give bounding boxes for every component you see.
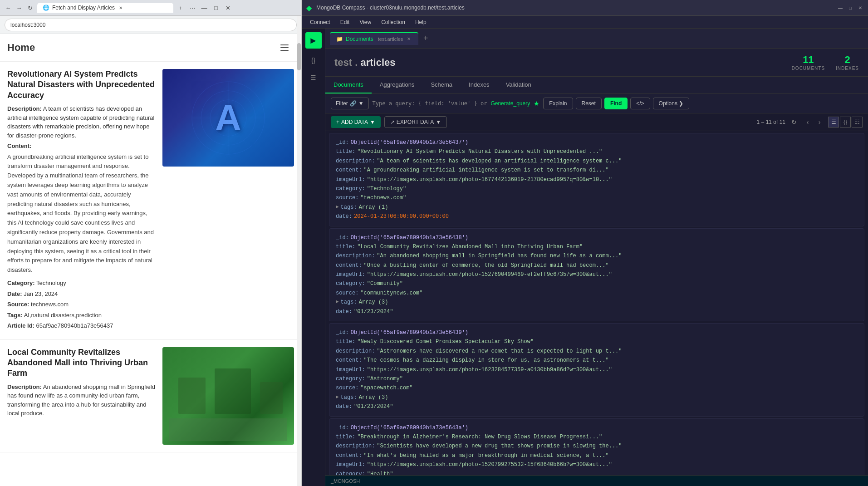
document-item: _id: ObjectId('65af9ae780940b1a73e56437'… [329, 133, 864, 226]
field-value: "communitynews.com" [360, 289, 422, 298]
article-description: Description: A team of scientists has de… [7, 104, 155, 140]
find-button[interactable]: Find [604, 98, 628, 109]
tab-validation[interactable]: Validation [498, 77, 539, 93]
field-key: description: [336, 251, 375, 260]
forward-button[interactable]: → [15, 3, 24, 12]
menu-help[interactable]: Help [411, 17, 431, 27]
doc-field-imageurl: imageUrl: "https://images.unsplash.com/p… [336, 175, 858, 184]
menu-view[interactable]: View [355, 17, 376, 27]
field-value: "Astronomy" [367, 374, 403, 383]
tab-close-btn[interactable]: ✕ [406, 36, 412, 42]
field-key: title: [336, 432, 355, 442]
browser-nav-icons: ← → ↻ [4, 3, 34, 12]
tab-schema[interactable]: Schema [422, 77, 461, 93]
address-input[interactable] [5, 19, 297, 31]
field-key: content: [336, 261, 362, 270]
new-tab-button[interactable]: + [176, 3, 185, 12]
article-item: Local Community Revitalizes Abandoned Ma… [0, 340, 301, 452]
menu-edit[interactable]: Edit [336, 17, 354, 27]
json-view-button[interactable]: {} [840, 117, 851, 128]
export-data-button[interactable]: ↗ EXPORT DATA ▼ [384, 116, 447, 128]
browser-tab[interactable]: 🌐 Fetch and Display Articles ✕ [37, 3, 173, 13]
menu-connect[interactable]: Connect [305, 17, 335, 27]
tab-aggregations[interactable]: Aggregations [372, 77, 423, 93]
doc-field-imageurl: imageUrl: "https://images.unsplash.com/p… [336, 270, 858, 279]
documents-list: _id: ObjectId('65af9ae780940b1a73e56437'… [325, 131, 868, 475]
maximize-button[interactable]: □ [211, 3, 221, 12]
doc-field-category: category: "Technology" [336, 184, 858, 193]
table-view-button[interactable]: ☷ [852, 117, 863, 128]
article-date: Date: Jan 23, 2024 [7, 290, 155, 299]
field-value: Array (1) [359, 203, 388, 212]
field-key: _id: [336, 233, 349, 242]
compass-body: ► {} ☰ 📁 Documents test.articles ✕ + tes… [302, 29, 868, 486]
article-id-value: 65af9ae780940b1a73e56437 [36, 322, 113, 329]
tab-indexes[interactable]: Indexes [461, 77, 498, 93]
browser-panel: ← → ↻ 🌐 Fetch and Display Articles ✕ + ⋯… [0, 0, 302, 486]
list-view-button[interactable]: ☰ [828, 117, 839, 128]
tags-label: Tags: [7, 312, 23, 319]
field-value: "Breakthrough in Alzheimer's Research: N… [357, 432, 602, 442]
reset-button[interactable]: Reset [576, 98, 602, 109]
sidebar-icon-list[interactable]: ☰ [306, 70, 321, 85]
scrollbar-track[interactable] [297, 16, 301, 486]
plus-icon: + [336, 119, 339, 125]
compass-sidebar: ► {} ☰ [302, 29, 325, 486]
field-value: "https://images.unsplash.com/photo-16232… [367, 365, 612, 374]
svg-rect-6 [215, 368, 251, 414]
generate-query-link[interactable]: Generate_query [490, 100, 530, 107]
name-separator: . [355, 57, 358, 68]
compass-title: MongoDB Compass - cluster03nulu.mongodb.… [316, 5, 833, 11]
article-text: Local Community Revitalizes Abandoned Ma… [7, 347, 155, 445]
field-value: "technews.com" [360, 193, 406, 202]
field-key: tags: [341, 203, 357, 212]
browser-content: Home Revolutionary AI System Predicts Na… [0, 34, 301, 486]
more-options-button[interactable]: ⋯ [188, 3, 197, 12]
scrollbar-thumb[interactable] [297, 43, 301, 70]
doc-field-tags: ► tags: Array (3) [336, 298, 858, 307]
maximize-compass-button[interactable]: □ [847, 5, 853, 11]
hamburger-button[interactable] [278, 39, 294, 56]
tab-collection-name: test.articles [378, 36, 403, 42]
field-value: "Newly Discovered Comet Promises Spectac… [357, 337, 534, 346]
filter-button[interactable]: Filter 🔗 ▼ [331, 98, 369, 109]
close-window-button[interactable]: ✕ [223, 3, 232, 12]
array-toggle[interactable]: ► [336, 298, 339, 307]
next-page-button[interactable]: › [814, 117, 824, 127]
menu-collection[interactable]: Collection [377, 17, 410, 27]
explain-button[interactable]: Explain [543, 98, 573, 109]
field-value: "https://images.unsplash.com/photo-15276… [367, 270, 612, 279]
field-value: "Community" [367, 279, 403, 288]
svg-rect-7 [260, 382, 283, 414]
hamburger-line [280, 44, 289, 45]
back-button[interactable]: ← [4, 3, 13, 12]
collection-tabs: Documents Aggregations Schema Indexes Va… [325, 77, 868, 94]
tab-documents[interactable]: Documents [325, 77, 372, 93]
add-tab-button[interactable]: + [420, 33, 431, 44]
doc-field-content: content: "A groundbreaking artificial in… [336, 166, 858, 175]
status-bar: _MONGOSH [325, 475, 868, 486]
window-controls: — □ ✕ [837, 5, 863, 11]
field-key: _id: [336, 423, 349, 432]
refresh-docs-button[interactable]: ↻ [789, 117, 799, 127]
field-key: category: [336, 184, 365, 193]
code-button[interactable]: </> [630, 98, 650, 109]
doc-field-title: title: "Breakthrough in Alzheimer's Rese… [336, 432, 858, 442]
field-key: category: [336, 279, 365, 288]
prev-page-button[interactable]: ‹ [803, 117, 813, 127]
sidebar-icon-json[interactable]: {} [306, 53, 321, 68]
refresh-button[interactable]: ↻ [25, 3, 34, 12]
doc-field-title: title: "Local Community Revitalizes Aban… [336, 242, 858, 251]
close-compass-button[interactable]: ✕ [857, 5, 863, 11]
array-toggle[interactable]: ► [336, 393, 339, 402]
options-button[interactable]: Options ❯ [653, 98, 690, 109]
array-toggle[interactable]: ► [336, 203, 339, 212]
minimize-compass-button[interactable]: — [837, 5, 843, 11]
article-source: Source: technews.com [7, 300, 155, 309]
add-data-button[interactable]: + ADD DATA ▼ [331, 116, 381, 128]
field-key: source: [336, 383, 358, 393]
collection-tab[interactable]: 📁 Documents test.articles ✕ [330, 32, 418, 45]
hamburger-line [280, 50, 289, 51]
minimize-button[interactable]: — [200, 3, 209, 12]
tab-close-button[interactable]: ✕ [118, 5, 124, 11]
